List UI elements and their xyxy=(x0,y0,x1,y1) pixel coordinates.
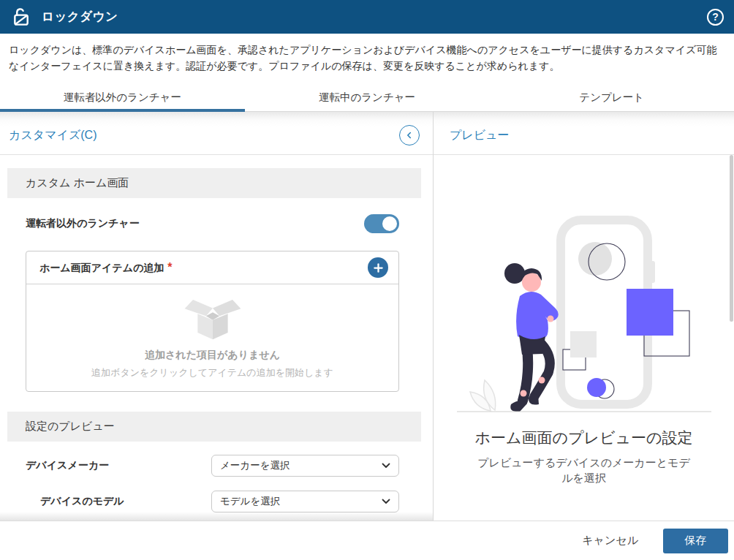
footer-bar: キャンセル 保存 xyxy=(0,521,734,560)
preview-panel: プレビュー xyxy=(434,112,734,521)
required-asterisk: * xyxy=(167,261,172,273)
preview-caption-title: ホーム画面のプレビューの設定 xyxy=(464,428,705,447)
customize-scroll-area[interactable]: カスタム ホーム画面 運転者以外のランチャー ホーム画面アイテムの追加* xyxy=(0,155,433,521)
launcher-toggle-label: 運転者以外のランチャー xyxy=(26,217,140,230)
settings-preview-section: 設定のプレビュー デバイスメーカー メーカーを選択 xyxy=(7,412,421,519)
tab-non-driver-launcher[interactable]: 運転者以外のランチャー xyxy=(0,84,245,111)
customize-panel-header: カスタマイズ(C) xyxy=(0,112,433,155)
phone-preview-illustration xyxy=(453,162,716,418)
empty-state: 追加された項目がありません 追加ボタンをクリックしてアイテムの追加を開始します xyxy=(26,284,398,391)
preview-caption-subtitle: プレビューするデバイスのメーカーとモデルを選択 xyxy=(474,455,694,485)
collapse-panel-button[interactable] xyxy=(399,125,420,145)
unlock-slash-icon xyxy=(12,7,31,27)
page-description: ロックダウンは、標準のデバイスホーム画面を、承認されたアプリケーションおよびデバ… xyxy=(0,34,734,84)
customize-title: カスタマイズ(C) xyxy=(9,128,97,143)
empty-title: 追加された項目がありません xyxy=(34,349,391,362)
empty-box-icon xyxy=(181,295,245,341)
model-label: デバイスのモデル xyxy=(26,495,211,508)
toggle-knob xyxy=(382,216,397,231)
chevron-down-icon xyxy=(382,463,390,469)
launcher-toggle[interactable] xyxy=(364,214,399,233)
tab-driving-launcher[interactable]: 運転中のランチャー xyxy=(245,84,490,111)
preview-scrollbar[interactable] xyxy=(730,155,733,322)
add-items-title: ホーム画面アイテムの追加 xyxy=(39,262,164,273)
save-button[interactable]: 保存 xyxy=(663,529,728,553)
chevron-down-icon xyxy=(382,499,390,504)
tab-templates[interactable]: テンプレート xyxy=(489,84,734,111)
launcher-toggle-row: 運転者以外のランチャー xyxy=(26,198,399,251)
launcher-tabs: 運転者以外のランチャー 運転中のランチャー テンプレート xyxy=(0,84,734,112)
lockdown-page: ロックダウン ? ロックダウンは、標準のデバイスホーム画面を、承認されたアプリケ… xyxy=(0,0,734,560)
cancel-button[interactable]: キャンセル xyxy=(582,534,638,548)
page-title: ロックダウン xyxy=(42,9,118,25)
custom-home-section-header: カスタム ホーム画面 xyxy=(7,168,421,198)
custom-home-section: カスタム ホーム画面 運転者以外のランチャー ホーム画面アイテムの追加* xyxy=(7,168,421,392)
preview-title: プレビュー xyxy=(450,128,510,143)
content-area: カスタマイズ(C) カスタム ホーム画面 運転者以外のランチャー xyxy=(0,112,734,521)
add-item-button[interactable] xyxy=(368,257,388,278)
manufacturer-select[interactable]: メーカーを選択 xyxy=(211,455,399,477)
home-screen-items-header: ホーム画面アイテムの追加* xyxy=(26,251,398,284)
plus-icon xyxy=(373,262,384,273)
settings-preview-header: 設定のプレビュー xyxy=(7,412,421,442)
customize-panel: カスタマイズ(C) カスタム ホーム画面 運転者以外のランチャー xyxy=(0,112,434,521)
model-row: デバイスのモデル モデルを選択 xyxy=(26,483,399,519)
preview-panel-header: プレビュー xyxy=(434,112,734,155)
chevron-left-icon xyxy=(404,130,415,140)
manufacturer-label: デバイスメーカー xyxy=(26,459,211,472)
preview-body: ホーム画面のプレビューの設定 プレビューするデバイスのメーカーとモデルを選択 xyxy=(434,155,734,521)
model-select[interactable]: モデルを選択 xyxy=(211,491,399,512)
home-screen-items-box: ホーム画面アイテムの追加* xyxy=(26,251,399,392)
empty-subtitle: 追加ボタンをクリックしてアイテムの追加を開始します xyxy=(34,366,391,379)
help-icon[interactable]: ? xyxy=(707,9,724,26)
manufacturer-row: デバイスメーカー メーカーを選択 xyxy=(26,447,399,483)
app-header: ロックダウン ? xyxy=(0,0,734,34)
